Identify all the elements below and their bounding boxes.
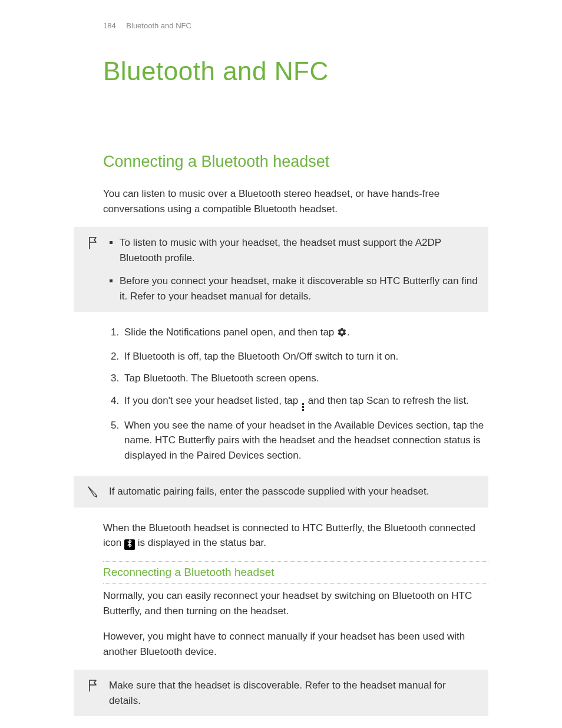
- onoff-label: On/Off: [283, 351, 312, 362]
- step: Slide the Notifications panel open, and …: [122, 325, 488, 342]
- flag-icon: [85, 235, 101, 249]
- note-item: Before you connect your headset, make it…: [120, 274, 479, 304]
- page-number: 184: [103, 21, 116, 30]
- subsection-heading: Reconnecting a Bluetooth headset: [103, 561, 488, 584]
- tip-note: If automatic pairing fails, enter the pa…: [74, 476, 488, 508]
- steps-list: Slide the Notifications panel open, and …: [103, 325, 488, 463]
- flag-icon: [85, 678, 101, 692]
- settings-gear-icon: [337, 327, 347, 342]
- pencil-icon: [85, 484, 101, 498]
- section-heading: Connecting a Bluetooth headset: [103, 150, 488, 174]
- scan-label: Scan: [366, 395, 389, 406]
- step: When you see the name of your headset in…: [122, 418, 488, 463]
- intro-paragraph: You can listen to music over a Bluetooth…: [103, 186, 488, 216]
- step: If Bluetooth is off, tap the Bluetooth O…: [122, 349, 488, 364]
- paragraph: Normally, you can easily reconnect your …: [103, 588, 488, 618]
- bluetooth-connected-icon: [124, 539, 135, 550]
- paragraph: When the Bluetooth headset is connected …: [103, 521, 488, 551]
- page-header: 184 Bluetooth and NFC: [74, 20, 488, 32]
- chapter-title: Bluetooth and NFC: [103, 52, 488, 91]
- requirement-note: Make sure that the headset is discoverab…: [74, 670, 488, 716]
- tip-text: If automatic pairing fails, enter the pa…: [109, 484, 479, 499]
- paragraph: However, you might have to connect manua…: [103, 629, 488, 659]
- step: Tap Bluetooth. The Bluetooth screen open…: [122, 371, 488, 386]
- bluetooth-label: Bluetooth: [143, 373, 186, 384]
- step: If you don't see your headset listed, ta…: [122, 393, 488, 411]
- manual-page: 184 Bluetooth and NFC Bluetooth and NFC …: [0, 0, 562, 728]
- running-title: Bluetooth and NFC: [126, 21, 191, 30]
- note-text: Make sure that the headset is discoverab…: [109, 678, 479, 708]
- overflow-menu-icon: [301, 403, 305, 411]
- note-item: To listen to music with your headset, th…: [120, 235, 479, 265]
- requirement-note: To listen to music with your headset, th…: [74, 227, 488, 312]
